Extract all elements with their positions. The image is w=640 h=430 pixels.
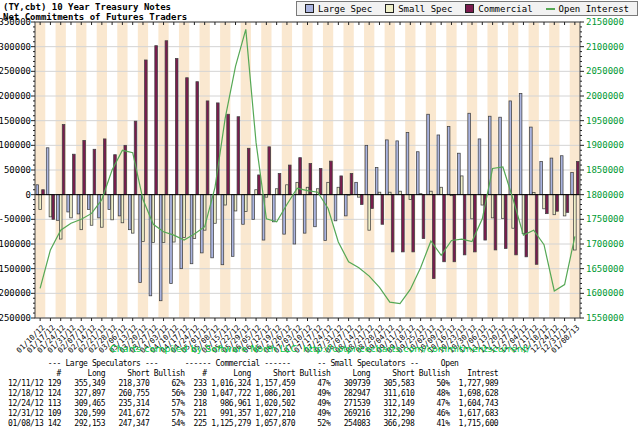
svg-text:0: 0 [26, 190, 31, 200]
svg-text:50000: 50000 [4, 165, 31, 175]
table-row: 12/11/12 129 355,349 218,370 62% 233 1,0… [8, 379, 498, 389]
left-axis-labels: 3500003000002500002000001500001000005000… [0, 17, 31, 323]
svg-text:2000000: 2000000 [586, 91, 624, 101]
chart-title: (TY,cbt) 10 Year Treasury Notes Net Comm… [3, 2, 187, 22]
legend: Large Spec Small Spec Commercial Open In… [296, 1, 638, 16]
table-row: 12/31/12 109 320,599 241,672 57% 221 991… [8, 409, 498, 419]
open-interest-line-icon [546, 8, 555, 10]
svg-text:-200000: -200000 [0, 288, 31, 298]
svg-text:1600000: 1600000 [586, 288, 624, 298]
legend-item-commercial: Commercial [465, 4, 532, 14]
svg-text:2050000: 2050000 [586, 66, 624, 76]
right-axis-labels: 2150000210000020500002000000195000019000… [586, 17, 624, 323]
footer-link[interactable]: http://cotpricecharts.com/commitmentscur… [303, 343, 530, 354]
legend-item-large-spec: Large Spec [305, 4, 372, 14]
svg-text:1850000: 1850000 [586, 165, 624, 175]
legend-label: Large Spec [318, 4, 372, 14]
commercial-swatch-icon [465, 4, 474, 13]
cot-chart: 3500003000002500002000001500001000005000… [0, 0, 640, 358]
table-row: 01/08/13 142 292,153 247,347 54% 225 1,1… [8, 419, 498, 429]
svg-text:-50000: -50000 [0, 214, 31, 224]
svg-text:1750000: 1750000 [586, 214, 624, 224]
svg-text:300000: 300000 [0, 42, 31, 52]
svg-text:200000: 200000 [0, 91, 31, 101]
svg-text:-250000: -250000 [0, 313, 31, 323]
svg-text:2100000: 2100000 [586, 42, 624, 52]
svg-text:1650000: 1650000 [586, 264, 624, 274]
title-line-2: Net Commitments of Futures Traders [3, 12, 187, 22]
svg-text:1700000: 1700000 [586, 239, 624, 249]
table-row: 12/18/12 124 327,897 260,755 56% 230 1,0… [8, 389, 498, 399]
svg-text:-100000: -100000 [0, 239, 31, 249]
cot-data-table: --- Large Speculators --- ------ Commerc… [8, 359, 498, 429]
legend-item-open-interest: Open Interest [546, 4, 629, 14]
legend-item-small-spec: Small Spec [385, 4, 452, 14]
svg-text:-150000: -150000 [0, 264, 31, 274]
footer-text: Charts compiled by Software North LLC [110, 343, 303, 354]
footer-credit: Charts compiled by Software North LLC ht… [0, 343, 640, 354]
svg-text:1550000: 1550000 [586, 313, 624, 323]
svg-text:2150000: 2150000 [586, 17, 624, 27]
table-group-header: --- Large Speculators --- ------ Commerc… [8, 359, 498, 369]
svg-text:150000: 150000 [0, 116, 31, 126]
svg-text:1950000: 1950000 [586, 116, 624, 126]
legend-label: Small Spec [398, 4, 452, 14]
table-row: 12/24/12 113 309,465 235,314 57% 218 986… [8, 399, 498, 409]
svg-text:100000: 100000 [0, 140, 31, 150]
legend-label: Open Interest [559, 4, 629, 14]
legend-label: Commercial [478, 4, 532, 14]
small-spec-swatch-icon [385, 4, 394, 13]
svg-text:1900000: 1900000 [586, 140, 624, 150]
large-spec-swatch-icon [305, 4, 314, 13]
svg-text:1800000: 1800000 [586, 190, 624, 200]
table-column-header: # Long Short Bullish # Long Short Bullis… [8, 369, 498, 379]
svg-text:250000: 250000 [0, 66, 31, 76]
title-line-1: (TY,cbt) 10 Year Treasury Notes [3, 2, 187, 12]
